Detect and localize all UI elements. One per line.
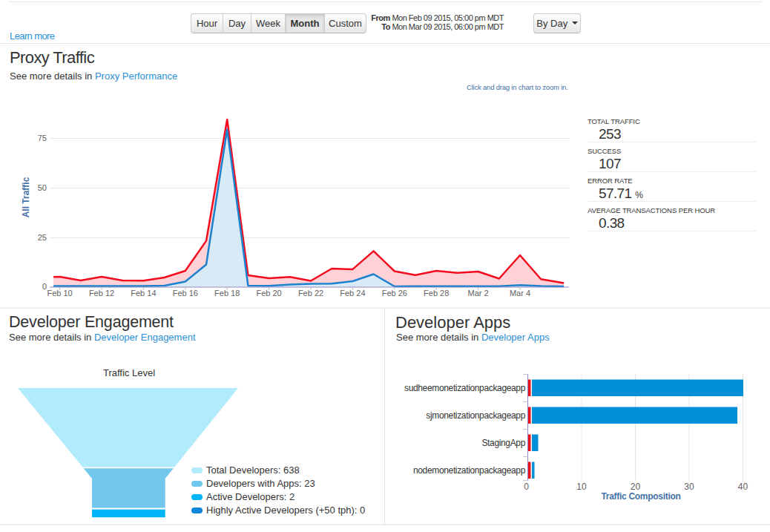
- svg-text:10: 10: [576, 482, 587, 492]
- svg-text:Mar 4: Mar 4: [510, 289, 530, 298]
- svg-text:nodemonetizationpackageapp: nodemonetizationpackageapp: [413, 465, 526, 476]
- svg-text:All Traffic: All Traffic: [21, 177, 31, 217]
- svg-text:sudheemonetizationpackageapp: sudheemonetizationpackageapp: [404, 383, 526, 393]
- svg-text:Feb 28: Feb 28: [424, 289, 449, 298]
- svg-text:Feb 16: Feb 16: [173, 289, 198, 298]
- svg-text:Feb 20: Feb 20: [256, 289, 281, 298]
- svg-text:Feb 18: Feb 18: [214, 289, 240, 298]
- svg-text:30: 30: [684, 482, 694, 492]
- svg-text:sjmonetizationpackageapp: sjmonetizationpackageapp: [426, 410, 525, 421]
- svg-text:0: 0: [42, 282, 47, 291]
- svg-text:50: 50: [38, 183, 47, 192]
- svg-text:Traffic Composition: Traffic Composition: [602, 491, 681, 502]
- svg-text:Feb 22: Feb 22: [298, 289, 323, 298]
- svg-text:Feb 26: Feb 26: [382, 289, 407, 298]
- svg-text:Feb 14: Feb 14: [131, 289, 156, 298]
- svg-text:Feb 12: Feb 12: [89, 289, 114, 298]
- svg-text:Feb 10: Feb 10: [47, 289, 72, 298]
- svg-text:40: 40: [738, 482, 748, 492]
- svg-text:Feb 24: Feb 24: [340, 289, 365, 298]
- svg-text:0: 0: [524, 482, 529, 492]
- svg-text:20: 20: [631, 482, 641, 492]
- svg-text:75: 75: [38, 134, 47, 142]
- svg-text:25: 25: [38, 233, 47, 242]
- svg-text:Mar 2: Mar 2: [468, 289, 489, 298]
- svg-text:StagingApp: StagingApp: [481, 438, 525, 448]
